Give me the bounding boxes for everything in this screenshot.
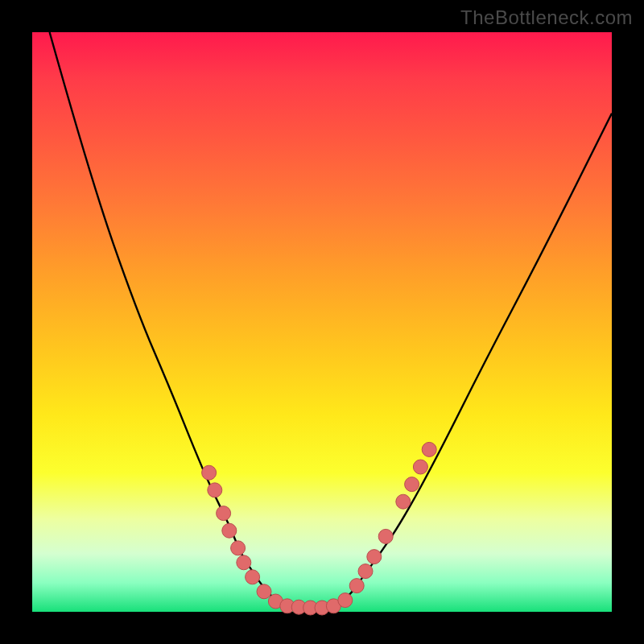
data-point xyxy=(349,579,364,593)
data-point xyxy=(231,541,246,555)
data-point xyxy=(237,555,251,570)
data-point xyxy=(222,523,237,538)
data-point xyxy=(257,584,271,599)
data-point xyxy=(422,442,436,456)
data-point xyxy=(413,460,427,474)
data-point xyxy=(378,529,393,543)
data-point xyxy=(217,506,231,521)
watermark-text: TheBottleneck.com xyxy=(460,6,633,29)
data-point xyxy=(338,593,353,608)
data-point-group xyxy=(202,442,437,615)
data-point xyxy=(396,494,411,509)
plot-area xyxy=(32,32,612,612)
data-point xyxy=(202,465,217,480)
data-point xyxy=(246,570,260,584)
data-point xyxy=(367,550,382,564)
data-point xyxy=(358,564,373,579)
data-point xyxy=(405,477,419,492)
data-point xyxy=(208,483,222,497)
chart-svg xyxy=(32,32,612,612)
bottleneck-curve xyxy=(50,32,612,606)
chart-frame: TheBottleneck.com xyxy=(0,0,644,644)
